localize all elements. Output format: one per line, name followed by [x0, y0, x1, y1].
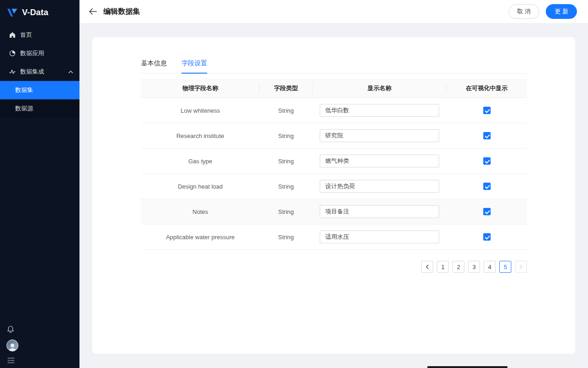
sidebar-item-label: 首页	[20, 31, 32, 39]
visible-checkbox[interactable]	[483, 183, 491, 190]
visible-checkbox[interactable]	[483, 233, 491, 241]
display-name-cell	[312, 155, 447, 167]
sidebar-item-data-integration[interactable]: 数据集成	[0, 63, 79, 81]
physical-field-name: Research institute	[141, 132, 260, 139]
app-root: V-Data 首页 数据应用 数据集成	[0, 0, 588, 368]
top-header: 编辑数据集 取 消 更 新	[79, 0, 588, 23]
sidebar: V-Data 首页 数据应用 数据集成	[0, 0, 79, 368]
tab-field-settings[interactable]: 字段设置	[181, 59, 207, 73]
physical-field-name: Gas type	[141, 158, 260, 165]
cancel-button[interactable]: 取 消	[509, 4, 540, 19]
update-button[interactable]: 更 新	[546, 4, 577, 19]
field-type: String	[260, 107, 312, 114]
sidebar-item-label: 数据源	[15, 104, 33, 113]
tab-basic-info[interactable]: 基本信息	[141, 59, 167, 73]
field-type: String	[260, 132, 312, 139]
sidebar-item-home[interactable]: 首页	[0, 26, 79, 44]
physical-field-name: Applicable water pressure	[141, 234, 260, 241]
display-name-input[interactable]	[320, 129, 439, 142]
field-type: String	[260, 158, 312, 165]
pagination-page-1[interactable]: 1	[437, 261, 449, 273]
col-header-physical-name: 物理字段名称	[141, 84, 260, 92]
horizontal-scrollbar-thumb[interactable]	[427, 366, 508, 368]
display-name-cell	[312, 104, 447, 117]
visible-cell	[447, 132, 527, 140]
page-title: 编辑数据集	[103, 7, 140, 17]
logo-text: V-Data	[22, 8, 48, 17]
pagination-page-3[interactable]: 3	[468, 261, 480, 273]
col-header-display-name: 显示名称	[312, 84, 447, 92]
pie-chart-icon	[9, 50, 16, 57]
user-avatar[interactable]	[6, 339, 18, 351]
visible-cell	[447, 183, 527, 190]
display-name-input[interactable]	[320, 180, 439, 193]
field-type: String	[260, 234, 312, 241]
visible-cell	[447, 107, 527, 115]
display-name-cell	[312, 230, 447, 243]
table-header-row: 物理字段名称 字段类型 显示名称 在可视化中显示	[141, 79, 527, 98]
field-type: String	[260, 208, 312, 215]
menu-fold-icon[interactable]	[6, 357, 15, 363]
display-name-input[interactable]	[320, 230, 439, 243]
physical-field-name: Notes	[141, 208, 260, 215]
home-icon	[9, 32, 16, 38]
col-header-show-in-viz: 在可视化中显示	[447, 84, 527, 92]
header-actions: 取 消 更 新	[509, 4, 577, 19]
col-header-field-type: 字段类型	[260, 84, 312, 92]
tab-bar: 基本信息 字段设置	[141, 59, 527, 74]
integration-icon	[9, 69, 16, 75]
table-row: Gas type String	[141, 149, 527, 174]
visible-checkbox[interactable]	[483, 132, 491, 139]
display-name-input[interactable]	[320, 155, 439, 167]
back-button[interactable]	[89, 8, 97, 15]
pagination-prev-button[interactable]	[421, 261, 433, 273]
logo[interactable]: V-Data	[0, 0, 79, 26]
pagination-page-4[interactable]: 4	[484, 261, 496, 273]
display-name-input[interactable]	[320, 104, 439, 117]
table-row: Design heat load String	[141, 174, 527, 199]
sidebar-item-label: 数据应用	[20, 49, 44, 58]
pagination-next-button[interactable]	[515, 261, 527, 273]
pagination: 1 2 3 4 5	[141, 261, 527, 273]
visible-checkbox[interactable]	[483, 208, 491, 215]
table-row: Applicable water pressure String	[141, 224, 527, 250]
sidebar-item-dataset[interactable]: 数据集	[0, 81, 79, 99]
display-name-cell	[312, 180, 447, 193]
bell-icon[interactable]	[6, 325, 15, 334]
table-row: Low whiteness String	[141, 98, 527, 123]
fields-table: 物理字段名称 字段类型 显示名称 在可视化中显示 Low whiteness S…	[141, 79, 527, 250]
physical-field-name: Low whiteness	[141, 107, 260, 114]
sidebar-item-data-app[interactable]: 数据应用	[0, 44, 79, 63]
chevron-up-icon	[68, 70, 73, 74]
visible-checkbox[interactable]	[483, 157, 491, 165]
visible-cell	[447, 233, 527, 241]
display-name-cell	[312, 129, 447, 142]
main-area: 编辑数据集 取 消 更 新 基本信息 字段设置 物理字段名称 字段类型 显示名称…	[79, 0, 588, 368]
table-row: Research institute String	[141, 123, 527, 149]
sidebar-item-label: 数据集	[15, 86, 33, 94]
visible-cell	[447, 208, 527, 216]
visible-cell	[447, 157, 527, 165]
sidebar-footer	[6, 325, 18, 363]
visible-checkbox[interactable]	[483, 107, 491, 114]
vdata-logo-icon	[6, 6, 18, 18]
physical-field-name: Design heat load	[141, 183, 260, 190]
pagination-page-5[interactable]: 5	[499, 261, 511, 273]
field-type: String	[260, 183, 312, 190]
content-area: 基本信息 字段设置 物理字段名称 字段类型 显示名称 在可视化中显示 Low w…	[79, 23, 588, 368]
display-name-cell	[312, 205, 447, 218]
pagination-page-2[interactable]: 2	[452, 261, 464, 273]
edit-dataset-card: 基本信息 字段设置 物理字段名称 字段类型 显示名称 在可视化中显示 Low w…	[92, 37, 575, 354]
sidebar-item-datasource[interactable]: 数据源	[0, 99, 79, 118]
sidebar-nav: 首页 数据应用 数据集成 数据集 数据源	[0, 26, 79, 118]
sidebar-item-label: 数据集成	[20, 68, 44, 76]
display-name-input[interactable]	[320, 205, 439, 218]
table-row: Notes String	[141, 199, 527, 224]
